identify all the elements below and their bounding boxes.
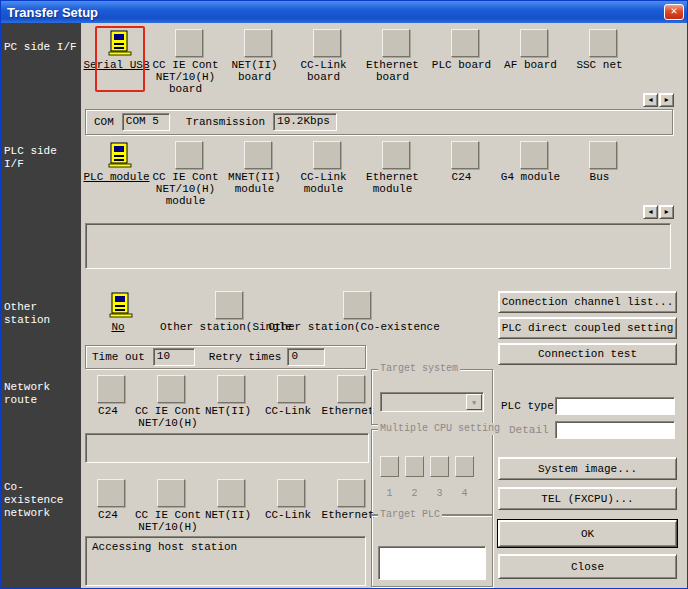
ethernet-board-icon[interactable]: [382, 29, 410, 57]
close-button[interactable]: Close: [498, 554, 677, 579]
ccie-icon[interactable]: [157, 479, 185, 507]
cclink-module-icon[interactable]: [313, 141, 341, 169]
target-system-dropdown[interactable]: ▼: [380, 392, 484, 412]
window-title: Transfer Setup: [1, 5, 98, 20]
other-station-item-label: Other station(Co-existence: [260, 321, 448, 333]
chevron-down-icon[interactable]: ▼: [466, 394, 482, 410]
timeout-row: Time out 10 Retry times 0: [85, 345, 366, 369]
pc-side-plc-board[interactable]: PLC board: [430, 29, 499, 95]
ethernet-module-icon[interactable]: [382, 141, 410, 169]
plc-type-label: PLC type: [501, 400, 554, 412]
pc-side-ccie-board[interactable]: CC IE Cont NET/10(H) board: [154, 29, 223, 95]
g4-module-icon[interactable]: [520, 141, 548, 169]
plc-side-mnet-module[interactable]: MNET(II) module: [223, 141, 292, 207]
plc-side-c24[interactable]: C24: [430, 141, 499, 207]
ethernet-icon[interactable]: [337, 479, 365, 507]
titlebar: Transfer Setup ✕: [1, 1, 687, 23]
pc-side-af-board[interactable]: AF board: [499, 29, 568, 95]
coexistence-cclink[interactable]: CC-Link: [261, 479, 321, 533]
plc-side-ccie-module[interactable]: CC IE Cont NET/10(H) module: [154, 141, 223, 207]
plc-side-scroll-right-icon[interactable]: ►: [659, 205, 674, 219]
target-plc-field[interactable]: [378, 546, 486, 580]
cpu-1-button[interactable]: [380, 456, 399, 477]
cpu-3-button[interactable]: [430, 456, 449, 477]
pc-side-scroll-left-icon[interactable]: ◄: [643, 93, 658, 107]
ok-button[interactable]: OK: [498, 520, 677, 547]
netii-icon[interactable]: [217, 375, 245, 403]
pc-side-row: Serial USB CC IE Cont NET/10(H) board NE…: [85, 29, 637, 95]
c24-icon[interactable]: [97, 479, 125, 507]
network-route-ccie[interactable]: CC IE Cont NET/10(H): [141, 375, 201, 429]
mnet-module-icon[interactable]: [244, 141, 272, 169]
timeout-label: Time out: [92, 351, 145, 363]
close-icon[interactable]: ✕: [664, 4, 684, 20]
ccie-icon[interactable]: [157, 375, 185, 403]
plc-board-icon[interactable]: [451, 29, 479, 57]
plc-module-icon[interactable]: [106, 141, 134, 169]
cpu-1-label: 1: [380, 488, 399, 499]
coexistence-netii[interactable]: NET(II): [201, 479, 261, 533]
ccie-module-icon[interactable]: [175, 141, 203, 169]
target-system-group: Target system ▼: [371, 369, 493, 425]
coexistence-ccie[interactable]: CC IE Cont NET/10(H): [141, 479, 201, 533]
other-station-single-icon[interactable]: [215, 291, 243, 319]
pc-side-ethernet-board[interactable]: Ethernet board: [361, 29, 430, 95]
cclink-board-icon[interactable]: [313, 29, 341, 57]
pc-side-cclink-board[interactable]: CC-Link board: [292, 29, 361, 95]
plc-side-ethernet-module[interactable]: Ethernet module: [361, 141, 430, 207]
other-station-coexistence-icon[interactable]: [343, 291, 371, 319]
status-box: Accessing host station: [85, 536, 366, 586]
af-board-icon[interactable]: [520, 29, 548, 57]
transmission-speed-field[interactable]: 19.2Kbps: [273, 113, 337, 131]
sidebar: PC side I/F PLC side I/F Other station N…: [1, 23, 81, 589]
main-panel: Serial USB CC IE Cont NET/10(H) board NE…: [81, 23, 688, 589]
netii-icon[interactable]: [217, 479, 245, 507]
bus-icon[interactable]: [589, 141, 617, 169]
plc-side-plc-module[interactable]: PLC module: [85, 141, 154, 207]
plc-direct-coupled-setting-button[interactable]: PLC direct coupled setting: [498, 317, 677, 339]
pc-side-netii-board[interactable]: NET(II) board: [223, 29, 292, 95]
other-station-no[interactable]: No: [93, 291, 149, 333]
plc-type-field[interactable]: [555, 397, 675, 415]
detail-field[interactable]: [555, 421, 675, 439]
c24-icon[interactable]: [451, 141, 479, 169]
timeout-field[interactable]: 10: [153, 348, 195, 366]
pc-side-scroll-right-icon[interactable]: ►: [659, 93, 674, 107]
retry-times-field[interactable]: 0: [287, 348, 325, 366]
cclink-icon[interactable]: [277, 375, 305, 403]
cpu-2-button[interactable]: [405, 456, 424, 477]
network-route-cclink[interactable]: CC-Link: [261, 375, 321, 429]
no-station-icon[interactable]: [107, 291, 135, 319]
coexistence-network-row: C24 CC IE Cont NET/10(H) NET(II) CC-Link…: [81, 479, 381, 533]
plc-side-cclink-module[interactable]: CC-Link module: [292, 141, 361, 207]
other-station-item-label: No: [84, 321, 152, 333]
ethernet-icon[interactable]: [337, 375, 365, 403]
plc-side-scroll-left-icon[interactable]: ◄: [643, 205, 658, 219]
transmission-label: Transmission: [186, 116, 265, 128]
cclink-icon[interactable]: [277, 479, 305, 507]
connection-test-button[interactable]: Connection test: [498, 343, 677, 365]
selection-highlight: [95, 26, 145, 92]
cpu-3-label: 3: [430, 488, 449, 499]
plc-side-g4-module[interactable]: G4 module: [499, 141, 568, 207]
route-detail-box: [85, 433, 369, 463]
netii-board-icon[interactable]: [244, 29, 272, 57]
system-image-button[interactable]: System image...: [498, 457, 677, 480]
cpu-4-button[interactable]: [455, 456, 474, 477]
interface-detail-box: [85, 223, 671, 269]
other-station-coexistence[interactable]: Other station(Co-existence: [269, 291, 445, 333]
network-route-netii[interactable]: NET(II): [201, 375, 261, 429]
com-label: COM: [94, 116, 114, 128]
com-port-field[interactable]: COM 5: [122, 113, 170, 131]
sidebar-label-other-station: Other station: [4, 301, 78, 327]
ssc-net-icon[interactable]: [589, 29, 617, 57]
plc-side-row: PLC module CC IE Cont NET/10(H) module M…: [85, 141, 637, 207]
tel-fxcpu-button[interactable]: TEL (FXCPU)...: [498, 487, 677, 510]
c24-icon[interactable]: [97, 375, 125, 403]
ccie-board-icon[interactable]: [175, 29, 203, 57]
pc-side-ssc-net[interactable]: SSC net: [568, 29, 637, 95]
connection-channel-list-button[interactable]: Connection channel list...: [498, 291, 677, 313]
plc-side-bus[interactable]: Bus: [568, 141, 637, 207]
status-message: Accessing host station: [92, 541, 237, 553]
target-plc-group: Target PLC: [371, 515, 493, 587]
